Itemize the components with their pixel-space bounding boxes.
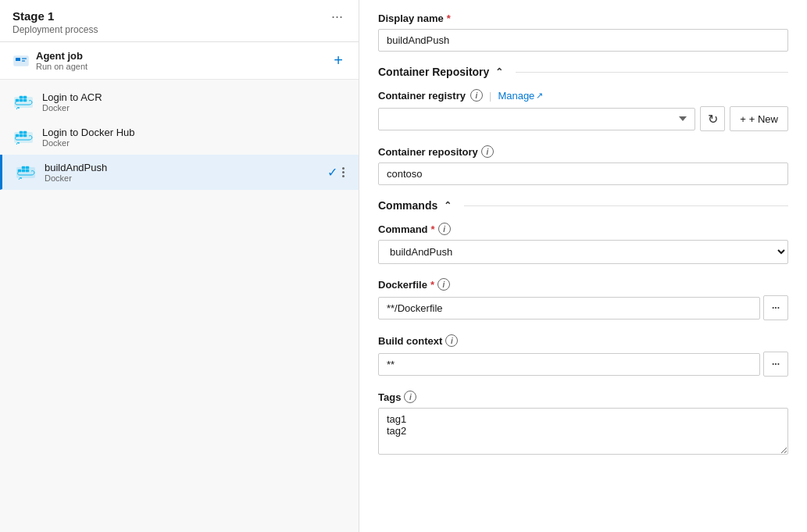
svg-rect-20 xyxy=(22,170,25,172)
dockerfile-group: Dockerfile * i ··· xyxy=(378,278,788,320)
container-repo-input[interactable] xyxy=(378,162,788,185)
required-star-dockerfile: * xyxy=(430,279,434,291)
stage-more-button[interactable]: ··· xyxy=(328,9,346,23)
new-registry-button[interactable]: + + New xyxy=(730,106,788,131)
agent-job-row: Agent job Run on agent + xyxy=(0,42,359,80)
command-group: Command * i buildAndPush build push xyxy=(378,223,788,264)
svg-rect-14 xyxy=(23,134,27,137)
command-dropdown[interactable]: buildAndPush build push xyxy=(378,240,788,264)
dot3 xyxy=(342,175,345,177)
task-name-acr: Login to ACR xyxy=(42,91,102,103)
stage-title: Stage 1 xyxy=(12,9,98,23)
dockerfile-input[interactable] xyxy=(378,297,760,320)
manage-link[interactable]: Manage ↗ xyxy=(498,90,543,102)
task-actions-buildpush: ✓ xyxy=(327,165,346,180)
task-item-buildandpush[interactable]: buildAndPush Docker ✓ xyxy=(0,155,359,190)
add-task-button[interactable]: + xyxy=(330,52,346,70)
dockerfile-info-icon[interactable]: i xyxy=(437,278,450,291)
display-name-group: Display name * xyxy=(378,12,788,52)
task-type-acr: Docker xyxy=(42,103,102,112)
svg-rect-22 xyxy=(22,166,25,169)
tags-input[interactable]: tag1 tag2 xyxy=(378,408,788,455)
task-context-menu-button[interactable] xyxy=(341,167,346,177)
docker-icon-buildpush xyxy=(15,161,37,183)
stage-info: Stage 1 Deployment process xyxy=(12,9,98,35)
svg-rect-8 xyxy=(20,96,23,98)
task-info-buildpush: buildAndPush Docker xyxy=(45,162,107,183)
container-repo-field-group: Container repository i xyxy=(378,145,788,185)
dockerfile-input-row: ··· xyxy=(378,295,788,320)
task-type-buildpush: Docker xyxy=(45,173,107,183)
container-repo-section: Container Repository ⌃ xyxy=(378,66,788,78)
container-repo-chevron[interactable]: ⌃ xyxy=(495,66,503,77)
container-registry-label: Container registry xyxy=(378,90,466,102)
container-repo-label: Container repository i xyxy=(378,145,788,158)
svg-rect-1 xyxy=(16,58,20,61)
svg-rect-9 xyxy=(23,96,27,98)
task-item-login-dockerhub[interactable]: Login to Docker Hub Docker xyxy=(0,120,359,155)
dot1 xyxy=(342,167,345,170)
tags-info-icon[interactable]: i xyxy=(404,391,416,403)
left-panel: Stage 1 Deployment process ··· Agent job… xyxy=(0,0,359,532)
refresh-button[interactable]: ↻ xyxy=(700,106,725,131)
task-type-dockerhub: Docker xyxy=(42,138,135,148)
build-context-info-icon[interactable]: i xyxy=(445,334,458,347)
container-repo-title: Container Repository xyxy=(378,66,489,78)
build-context-input-row: ··· xyxy=(378,352,788,377)
docker-icon-acr xyxy=(12,91,34,112)
task-name-buildpush: buildAndPush xyxy=(45,162,107,173)
build-context-group: Build context i ··· xyxy=(378,334,788,377)
command-label: Command * i xyxy=(378,223,788,235)
command-info-icon[interactable]: i xyxy=(438,223,451,235)
stage-subtitle: Deployment process xyxy=(12,24,98,35)
agent-job-text: Agent job Run on agent xyxy=(36,50,87,71)
tags-group: Tags i tag1 tag2 xyxy=(378,391,788,457)
container-repo-info-icon[interactable]: i xyxy=(481,145,494,158)
svg-rect-23 xyxy=(26,166,29,169)
container-registry-dropdown[interactable] xyxy=(378,108,695,130)
external-link-icon: ↗ xyxy=(536,91,543,101)
right-panel: Display name * Container Repository ⌃ Co… xyxy=(359,0,807,532)
commands-title: Commands xyxy=(378,199,437,212)
commands-chevron[interactable]: ⌃ xyxy=(444,200,452,211)
svg-rect-21 xyxy=(26,170,29,172)
commands-section: Commands ⌃ xyxy=(378,199,788,212)
task-info-dockerhub: Login to Docker Hub Docker xyxy=(42,127,135,148)
dockerfile-browse-button[interactable]: ··· xyxy=(763,295,788,320)
required-star-displayname: * xyxy=(447,12,451,24)
task-info-acr: Login to ACR Docker xyxy=(42,91,102,112)
container-registry-info-icon[interactable]: i xyxy=(470,89,483,102)
dockerfile-label: Dockerfile * i xyxy=(378,278,788,291)
task-list: Login to ACR Docker Log xyxy=(0,80,359,532)
agent-job-icon xyxy=(12,52,30,70)
new-icon: + xyxy=(740,113,746,125)
stage-header: Stage 1 Deployment process ··· xyxy=(0,0,359,42)
check-icon: ✓ xyxy=(327,165,337,180)
agent-job-sub: Run on agent xyxy=(36,62,87,71)
svg-rect-2 xyxy=(22,58,27,59)
build-context-label: Build context i xyxy=(378,334,788,347)
agent-icon xyxy=(12,52,30,70)
separator: | xyxy=(489,90,491,102)
task-name-dockerhub: Login to Docker Hub xyxy=(42,127,135,138)
required-star-command: * xyxy=(431,223,435,235)
tags-label: Tags i xyxy=(378,391,788,403)
build-context-input[interactable] xyxy=(378,353,760,376)
display-name-label: Display name * xyxy=(378,12,788,24)
svg-rect-3 xyxy=(22,60,25,62)
task-item-login-acr[interactable]: Login to ACR Docker xyxy=(0,84,359,120)
dot2 xyxy=(342,171,345,173)
svg-rect-16 xyxy=(23,131,27,134)
container-registry-label-row: Container registry i | Manage ↗ xyxy=(378,89,788,102)
container-registry-group: Container registry i | Manage ↗ ↻ + + Ne… xyxy=(378,89,788,131)
svg-rect-15 xyxy=(20,131,23,134)
display-name-input[interactable] xyxy=(378,29,788,52)
container-registry-dropdown-row: ↻ + + New xyxy=(378,106,788,131)
agent-job-left: Agent job Run on agent xyxy=(12,50,87,71)
agent-job-name: Agent job xyxy=(36,50,87,62)
svg-rect-7 xyxy=(23,99,27,102)
new-button-label: + New xyxy=(749,113,778,125)
svg-rect-13 xyxy=(20,134,23,137)
svg-rect-6 xyxy=(20,99,23,102)
build-context-browse-button[interactable]: ··· xyxy=(763,352,788,377)
